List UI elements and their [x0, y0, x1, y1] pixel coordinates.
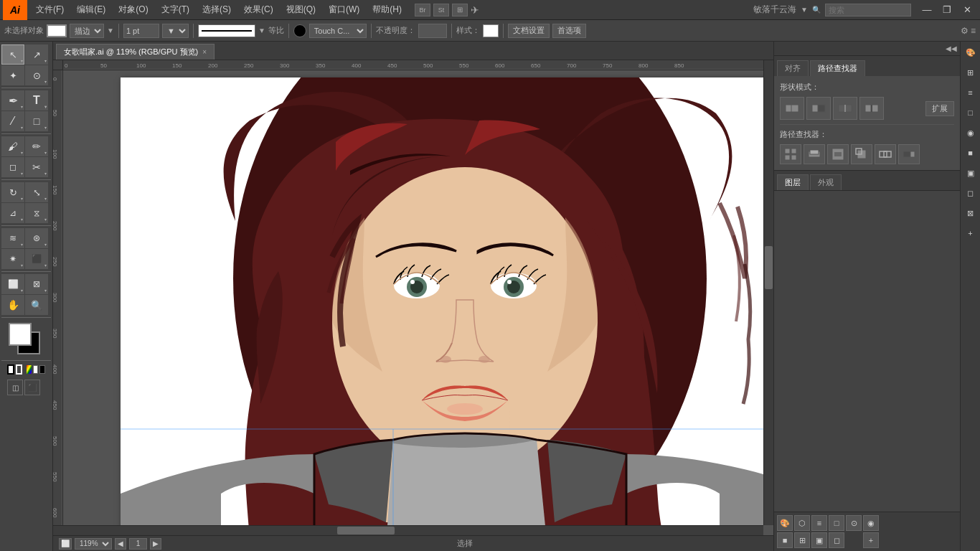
hand-tool[interactable]: ✋	[1, 295, 24, 315]
prefs-button[interactable]: 首选项	[552, 24, 586, 38]
minus-back-btn[interactable]	[898, 144, 920, 164]
sidebar-icon-3[interactable]: ≡	[963, 85, 979, 100]
stroke-style-dropdown[interactable]: ▼	[258, 27, 265, 34]
brush-select[interactable]: Touch C...	[309, 24, 367, 38]
tab-appearance[interactable]: 外观	[810, 174, 842, 190]
stroke-width-input[interactable]	[123, 24, 159, 38]
hex-btn[interactable]: ⬡	[794, 515, 810, 531]
menu-effect[interactable]: 效果(C)	[238, 2, 279, 17]
none-indicator[interactable]	[33, 365, 39, 374]
blend-tool[interactable]: ⊛▾	[25, 228, 48, 248]
rotate-tool[interactable]: ↻▾	[1, 182, 24, 202]
doc-settings-button[interactable]: 文档设置	[508, 24, 550, 38]
scissors-tool[interactable]: ✂▾	[25, 157, 48, 177]
cloud-dropdown[interactable]: ▼	[801, 6, 808, 14]
pen-tool[interactable]: ✒▾	[1, 90, 24, 110]
scrollbar-vertical[interactable]	[763, 60, 773, 525]
canvas-viewport[interactable]	[63, 70, 763, 525]
stroke-indicator[interactable]	[16, 364, 23, 375]
fill-indicator[interactable]	[7, 364, 14, 375]
rect-tool[interactable]: □▾	[25, 111, 48, 131]
lasso-tool[interactable]: ⊙▾	[25, 65, 48, 85]
line-tool[interactable]: ∕▾	[1, 111, 24, 131]
exclude-btn[interactable]	[859, 97, 884, 120]
color-spectrum[interactable]	[27, 365, 32, 374]
menu-window[interactable]: 窗口(W)	[323, 2, 365, 17]
brush-color-dot[interactable]	[293, 24, 306, 37]
status-icon-btn[interactable]: ⬜	[59, 538, 72, 550]
menu-select[interactable]: 选择(S)	[197, 2, 237, 17]
menu-edit[interactable]: 编辑(E)	[71, 2, 111, 17]
scrollbar-thumb-h[interactable]	[337, 527, 395, 534]
panel-collapse-btn[interactable]: ◀◀	[946, 44, 957, 52]
scale-tool[interactable]: ⤡▾	[25, 182, 48, 202]
menu-view[interactable]: 视图(Q)	[281, 2, 321, 17]
column-graph-tool[interactable]: ⬛▾	[25, 249, 48, 269]
circle-btn[interactable]: ⊙	[846, 515, 862, 531]
reshape-tool[interactable]: ⧖▾	[25, 203, 48, 223]
sidebar-icon-1[interactable]: 🎨	[963, 44, 979, 60]
warp-tool[interactable]: ≋▾	[1, 228, 24, 248]
tab-close-button[interactable]: ×	[202, 48, 207, 56]
sidebar-icon-4[interactable]: □	[963, 105, 979, 121]
artboard-tool[interactable]: ⬜▾	[1, 274, 24, 294]
select-tool[interactable]: ↖▾	[1, 44, 24, 65]
scrollbar-horizontal[interactable]	[53, 525, 763, 535]
sidebar-icon-2[interactable]: ⊞	[963, 65, 979, 80]
eraser-tool[interactable]: ◻▾	[1, 157, 24, 177]
br-icon[interactable]: Br	[415, 4, 430, 17]
tab-layers[interactable]: 图层	[777, 174, 809, 190]
sidebar-icon-9[interactable]: ⊠	[963, 205, 979, 221]
minimize-button[interactable]: —	[917, 0, 937, 20]
pencil-tool[interactable]: ✏▾	[25, 136, 48, 156]
shear-tool[interactable]: ⊿▾	[1, 203, 24, 223]
circle2-btn[interactable]: ◉	[863, 515, 879, 531]
rect-btn[interactable]: □	[829, 515, 844, 531]
tab-pathfinder[interactable]: 路径查找器	[810, 60, 865, 76]
menu-text[interactable]: 文字(T)	[156, 2, 195, 17]
minus-front-btn[interactable]	[806, 97, 831, 120]
fg-color-box[interactable]	[9, 323, 32, 346]
scrollbar-thumb-v[interactable]	[765, 246, 773, 289]
stroke-style-select[interactable]: 描边	[70, 24, 104, 38]
solid-btn[interactable]: ■	[777, 532, 793, 548]
symbol-tool[interactable]: ✷▾	[1, 249, 24, 269]
grid-btn[interactable]: ⊞	[794, 532, 810, 548]
crop-btn[interactable]	[851, 144, 872, 164]
menu-object[interactable]: 对象(O)	[113, 2, 154, 17]
empty-btn[interactable]: ◻	[829, 532, 844, 548]
panel-settings-icon[interactable]: ⚙	[961, 26, 969, 36]
document-tab[interactable]: 女歌唱家.ai @ 119% (RGB/GPU 预览) ×	[56, 44, 215, 60]
zoom-tool[interactable]: 🔍	[25, 295, 48, 315]
slice-tool[interactable]: ⊠▾	[25, 274, 48, 294]
divide-btn[interactable]	[780, 144, 801, 164]
page-number-input[interactable]	[129, 538, 147, 550]
text-tool[interactable]: T▾	[25, 90, 48, 110]
unite-btn[interactable]	[780, 97, 804, 120]
screen-mode-btn[interactable]: ◫	[7, 380, 23, 395]
prev-page-btn[interactable]: ◀	[115, 538, 126, 550]
change-screen-btn[interactable]: ⬛	[24, 380, 40, 395]
restore-button[interactable]: ❐	[937, 0, 957, 20]
sidebar-icon-6[interactable]: ■	[963, 145, 979, 161]
sidebar-icon-5[interactable]: ◉	[963, 125, 979, 141]
direct-select-tool[interactable]: ↗▾	[25, 44, 48, 65]
style-preview[interactable]	[483, 24, 499, 37]
black-indicator[interactable]	[39, 365, 45, 374]
stroke-unit-select[interactable]: ▼	[162, 24, 189, 38]
magic-wand-tool[interactable]: ✦	[1, 65, 24, 85]
stroke-color-preview[interactable]	[47, 24, 67, 37]
menu-help[interactable]: 帮助(H)	[367, 2, 407, 17]
next-page-btn[interactable]: ▶	[150, 538, 161, 550]
list-btn[interactable]: ≡	[811, 515, 827, 531]
color-wheel-btn[interactable]: 🎨	[777, 515, 793, 531]
sidebar-icon-7[interactable]: ▣	[963, 165, 979, 181]
st-icon[interactable]: St	[433, 4, 449, 17]
sidebar-icon-8[interactable]: ◻	[963, 185, 979, 201]
kuler-icon[interactable]: ✈	[471, 4, 479, 16]
zoom-select[interactable]: 119%	[75, 538, 112, 550]
gradient-btn[interactable]: ▣	[811, 532, 827, 548]
trim-btn[interactable]	[804, 144, 825, 164]
close-button[interactable]: ✕	[957, 0, 977, 20]
search-input[interactable]	[825, 4, 911, 17]
